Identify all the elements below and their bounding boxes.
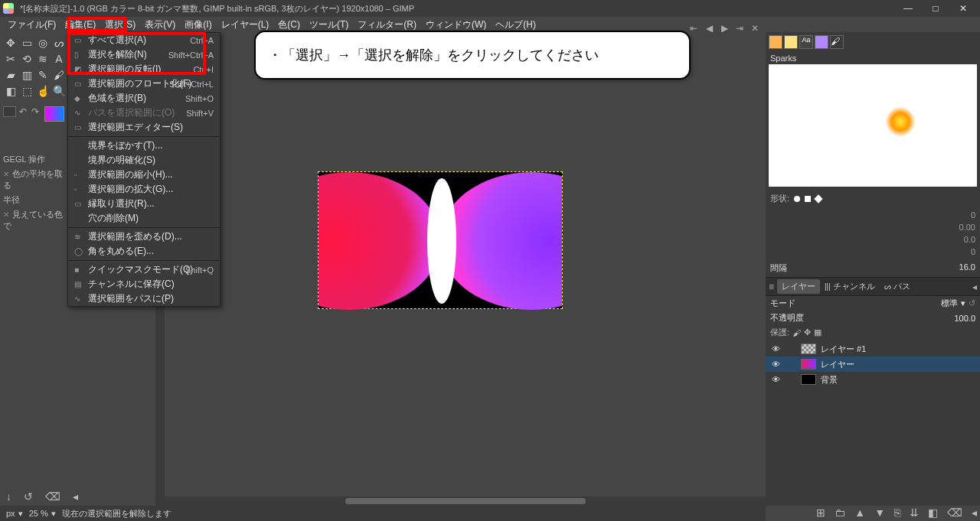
opacity-row[interactable]: 不透明度 100.0 — [766, 311, 980, 325]
zoom-selector[interactable]: 25 %▾ — [29, 509, 56, 519]
tab-paths[interactable]: ᔕパス — [880, 279, 915, 294]
new-layer-icon[interactable]: ⊞ — [816, 506, 825, 519]
menu-grow[interactable]: ▫選択範囲の拡大(G)... — [68, 182, 220, 197]
tool-free-select[interactable]: ◎ — [35, 35, 51, 50]
param-row[interactable]: 0 — [770, 209, 975, 221]
menu-feather[interactable]: 境界をぼかす(T)... — [68, 138, 220, 153]
menu-invert[interactable]: ◩ 選択範囲の反転(I) Ctrl+I — [68, 62, 220, 77]
tool-clone[interactable]: ⬚ — [19, 83, 34, 99]
menu-view[interactable]: 表示(V) — [140, 17, 180, 33]
duplicate-layer-icon[interactable]: ⎘ — [894, 506, 900, 519]
menu-distort[interactable]: ≋選択範囲を歪める(D)... — [68, 230, 220, 244]
menu-edit[interactable]: 編集(E) — [60, 17, 100, 33]
swatch-tab-2[interactable] — [784, 35, 798, 49]
tab-channels[interactable]: |||チャンネル — [820, 279, 880, 294]
tool-brush[interactable]: 🖌 — [51, 67, 67, 83]
tool-move[interactable]: ✥ — [3, 35, 18, 50]
tab-layers[interactable]: レイヤー — [777, 279, 820, 294]
menu-select-none[interactable]: ▯ 選択を解除(N) Shift+Ctrl+A — [68, 47, 220, 62]
menu-file[interactable]: ファイル(F) — [3, 17, 60, 33]
menu-select-all[interactable]: ▭ すべて選択(A) Ctrl+A — [68, 33, 220, 47]
tool-rect-select[interactable]: ▭ — [19, 35, 34, 50]
chevron-down-icon[interactable]: ▾ — [961, 298, 965, 308]
lock-pixels-icon[interactable]: 🖌 — [792, 328, 801, 337]
menu-border[interactable]: ▭縁取り選択(R)... — [68, 197, 220, 211]
menu-rounded[interactable]: ◯角を丸める(E)... — [68, 244, 220, 259]
tool-warp[interactable]: ≋ — [35, 51, 51, 67]
unit-selector[interactable]: px▾ — [6, 509, 23, 519]
layer-menu-icon[interactable]: ◂ — [972, 506, 977, 519]
menu-by-color[interactable]: ◆ 色域を選択(B) Shift+O — [68, 91, 220, 106]
tab-options-icon[interactable]: ◂ — [972, 282, 977, 292]
scrollbar-thumb[interactable] — [345, 498, 586, 504]
tool-zoom[interactable]: 🔍 — [51, 83, 67, 99]
shape-square-icon[interactable] — [805, 196, 811, 202]
mode-value[interactable]: 標準 — [941, 298, 958, 309]
layer-row[interactable]: 👁 背景 — [766, 372, 980, 387]
menu-sel-editor[interactable]: ▭ 選択範囲エディター(S) — [68, 120, 220, 135]
lock-position-icon[interactable]: ✥ — [804, 327, 811, 337]
tool-text[interactable]: A — [51, 51, 67, 67]
spacing-row[interactable]: 間隔 16.0 — [766, 259, 980, 277]
tool-rotate[interactable]: ⟲ — [19, 51, 34, 67]
shape-circle-icon[interactable] — [794, 196, 800, 202]
menu-shrink[interactable]: ▫選択範囲の縮小(H)... — [68, 168, 220, 182]
delete-layer-icon[interactable]: ⌫ — [947, 506, 962, 519]
redo-icon[interactable]: ↷ — [31, 106, 41, 117]
menu-to-path[interactable]: ∿選択範囲をパスに(P) — [68, 291, 220, 306]
gradient-swatch[interactable] — [44, 106, 64, 122]
menu-quick-mask[interactable]: ■ クイックマスクモード(Q) Shift+Q — [68, 262, 220, 277]
swatch-tab-3[interactable] — [815, 35, 828, 49]
undo-history-icon[interactable]: ↶ — [19, 106, 29, 117]
canvas-viewport[interactable] — [165, 41, 766, 506]
tool-bucket[interactable]: ▰ — [3, 67, 18, 83]
tool-lasso[interactable]: ᔕ — [51, 35, 67, 50]
param-row[interactable]: 0.0 — [770, 233, 975, 246]
shape-diamond-icon[interactable] — [814, 194, 822, 203]
gegl-row3[interactable]: 見えている色で — [3, 210, 63, 230]
merge-down-icon[interactable]: ⇊ — [910, 506, 919, 519]
delete-icon[interactable]: ⌫ — [45, 490, 60, 503]
swatch-tab-1[interactable] — [769, 35, 782, 49]
minimize-button[interactable]: — — [900, 3, 916, 14]
eye-icon[interactable]: 👁 — [770, 344, 781, 353]
tool-crop[interactable]: ✂ — [3, 51, 18, 67]
layer-row[interactable]: 👁 レイヤー — [766, 357, 980, 372]
mask-layer-icon[interactable]: ◧ — [928, 506, 938, 519]
restore-icon[interactable]: ↺ — [24, 490, 33, 503]
layer-row[interactable]: 👁 レイヤー #1 — [766, 341, 980, 357]
mode-reset-icon[interactable]: ↺ — [969, 298, 975, 308]
menu-float[interactable]: ▭ 選択範囲のフロート化(F) Shift+Ctrl+L — [68, 77, 220, 91]
lock-alpha-icon[interactable]: ▦ — [814, 327, 822, 337]
tabs-menu-icon[interactable]: ≡ — [769, 282, 774, 292]
eye-icon[interactable]: 👁 — [770, 360, 781, 369]
brush-tab-icon[interactable]: 🖌 — [830, 35, 844, 49]
close-button[interactable]: ✕ — [956, 3, 971, 14]
eye-icon[interactable]: 👁 — [770, 375, 781, 384]
separator — [68, 227, 220, 228]
menu-icon[interactable]: ◂ — [73, 490, 78, 503]
gegl-row2[interactable]: 半径 — [3, 193, 64, 207]
param-row[interactable]: 0.00 — [770, 221, 975, 233]
fg-bg-swap[interactable] — [3, 106, 16, 117]
scrollbar-horizontal[interactable] — [165, 497, 766, 506]
menu-image[interactable]: 画像(I) — [180, 17, 216, 33]
text-tab[interactable]: Aa — [799, 35, 813, 49]
raise-layer-icon[interactable]: ▲ — [854, 506, 865, 519]
lower-layer-icon[interactable]: ▼ — [874, 506, 885, 519]
menu-to-channel[interactable]: ▤チャンネルに保存(C) — [68, 277, 220, 291]
new-group-icon[interactable]: 🗀 — [835, 506, 845, 519]
menu-sharpen[interactable]: 境界の明確化(S) — [68, 153, 220, 168]
gegl-row1[interactable]: 色の平均を取る — [3, 169, 63, 190]
menu-remove-holes[interactable]: 穴の削除(M) — [68, 211, 220, 226]
tool-gradient[interactable]: ▥ — [19, 67, 34, 83]
tool-smudge[interactable]: ☝ — [35, 83, 51, 99]
reset-icon[interactable]: ↓ — [6, 490, 11, 503]
brush-preview[interactable] — [769, 64, 977, 187]
tool-pencil[interactable]: ✎ — [35, 67, 51, 83]
param-row[interactable]: 0 — [770, 246, 975, 258]
menu-select[interactable]: 選択(S) — [100, 17, 140, 33]
maximize-button[interactable]: □ — [928, 3, 943, 14]
canvas-image[interactable] — [318, 171, 563, 309]
tool-eraser[interactable]: ◧ — [3, 83, 18, 99]
